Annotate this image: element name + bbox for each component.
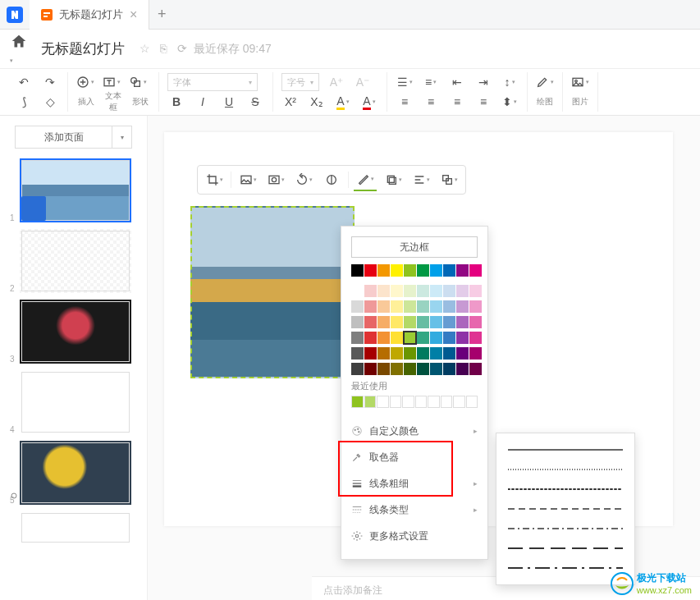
close-icon[interactable]: × bbox=[130, 7, 137, 22]
color-swatch[interactable] bbox=[469, 300, 482, 313]
color-swatch[interactable] bbox=[443, 332, 455, 344]
align-right-icon[interactable]: ≡ bbox=[448, 93, 466, 111]
superscript-icon[interactable]: X² bbox=[281, 93, 300, 111]
line-dot[interactable] bbox=[508, 479, 623, 499]
more-format-item[interactable]: 更多格式设置 bbox=[351, 523, 478, 549]
strikethrough-icon[interactable]: S bbox=[246, 93, 264, 111]
color-swatch[interactable] bbox=[456, 316, 469, 328]
color-swatch[interactable] bbox=[469, 316, 482, 328]
line-long-dash-dot[interactable] bbox=[508, 558, 623, 578]
color-swatch[interactable] bbox=[456, 347, 469, 360]
star-icon[interactable]: ☆ bbox=[140, 42, 150, 55]
selected-image[interactable] bbox=[190, 206, 355, 378]
export-icon[interactable]: ⎘ bbox=[160, 42, 167, 55]
slide-thumb-4[interactable] bbox=[20, 370, 131, 434]
recent-swatch[interactable] bbox=[466, 396, 478, 408]
color-swatch[interactable] bbox=[351, 332, 364, 344]
undo-icon[interactable]: ↶ bbox=[15, 73, 33, 91]
image-icon[interactable]: ▾ bbox=[571, 73, 589, 91]
color-swatch[interactable] bbox=[377, 363, 390, 375]
home-icon[interactable]: ▾ bbox=[10, 33, 30, 66]
color-swatch[interactable] bbox=[404, 264, 416, 277]
indent-icon[interactable]: ⇥ bbox=[474, 73, 492, 91]
add-page-dropdown[interactable]: ▾ bbox=[112, 126, 132, 149]
color-swatch[interactable] bbox=[377, 264, 390, 277]
color-swatch[interactable] bbox=[377, 347, 390, 360]
recent-swatch[interactable] bbox=[453, 396, 465, 408]
add-tab-button[interactable]: + bbox=[149, 6, 174, 23]
outdent-icon[interactable]: ⇤ bbox=[448, 73, 466, 91]
line-solid[interactable] bbox=[508, 440, 623, 460]
draw-icon[interactable]: ▾ bbox=[536, 73, 554, 91]
color-swatch[interactable] bbox=[456, 363, 469, 375]
color-swatch[interactable] bbox=[364, 347, 377, 360]
color-swatch[interactable] bbox=[430, 347, 442, 360]
app-logo[interactable] bbox=[0, 0, 30, 30]
color-swatch[interactable] bbox=[443, 300, 455, 313]
color-swatch[interactable] bbox=[377, 285, 390, 297]
color-swatch[interactable] bbox=[417, 264, 429, 277]
color-swatch[interactable] bbox=[377, 300, 390, 313]
color-swatch[interactable] bbox=[417, 347, 429, 360]
color-swatch[interactable] bbox=[391, 332, 403, 344]
color-swatch[interactable] bbox=[351, 363, 364, 375]
color-swatch[interactable] bbox=[430, 363, 442, 375]
color-swatch[interactable] bbox=[456, 332, 469, 344]
slide-thumb-1[interactable] bbox=[20, 158, 131, 222]
replace-image-icon[interactable]: ▾ bbox=[236, 168, 259, 191]
color-swatch[interactable] bbox=[404, 300, 416, 313]
shape-icon[interactable]: ▾ bbox=[129, 73, 147, 91]
color-swatch[interactable] bbox=[404, 332, 416, 344]
italic-icon[interactable]: I bbox=[194, 93, 212, 111]
no-border-button[interactable]: 无边框 bbox=[351, 236, 478, 258]
recent-swatch[interactable] bbox=[428, 396, 440, 408]
font-decrease-icon[interactable]: A⁻ bbox=[354, 73, 372, 91]
textbox-icon[interactable]: ▾ bbox=[103, 73, 121, 91]
color-swatch[interactable] bbox=[430, 285, 442, 297]
recent-swatch[interactable] bbox=[415, 396, 428, 408]
recent-swatch[interactable] bbox=[364, 396, 377, 408]
rotate-icon[interactable]: ▾ bbox=[292, 168, 315, 191]
slide-thumb-2[interactable] bbox=[20, 229, 131, 293]
color-swatch[interactable] bbox=[417, 363, 429, 375]
color-swatch[interactable] bbox=[364, 316, 377, 328]
font-size-select[interactable]: 字号▾ bbox=[281, 73, 319, 91]
color-swatch[interactable] bbox=[469, 264, 482, 277]
color-swatch[interactable] bbox=[456, 285, 469, 297]
format-painter-icon[interactable]: ⟆ bbox=[15, 93, 33, 111]
insert-icon[interactable]: ▾ bbox=[76, 73, 94, 91]
vertical-align-icon[interactable]: ⬍▾ bbox=[501, 93, 519, 111]
color-swatch[interactable] bbox=[404, 363, 416, 375]
color-swatch[interactable] bbox=[391, 264, 403, 277]
line-fine-dot[interactable] bbox=[508, 460, 623, 479]
color-swatch[interactable] bbox=[377, 316, 390, 328]
color-swatch[interactable] bbox=[351, 264, 364, 277]
align-justify-icon[interactable]: ≡ bbox=[474, 93, 492, 111]
color-swatch[interactable] bbox=[430, 264, 442, 277]
align-icon[interactable]: ▾ bbox=[409, 168, 432, 191]
color-swatch[interactable] bbox=[364, 285, 377, 297]
color-swatch[interactable] bbox=[391, 347, 403, 360]
mask-icon[interactable]: ▾ bbox=[264, 168, 287, 191]
opacity-icon[interactable] bbox=[320, 168, 343, 191]
clear-format-icon[interactable]: ◇ bbox=[41, 93, 59, 111]
slide-thumb-3[interactable] bbox=[20, 300, 131, 364]
color-swatch[interactable] bbox=[417, 316, 429, 328]
color-swatch[interactable] bbox=[430, 300, 442, 313]
color-swatch[interactable] bbox=[391, 285, 403, 297]
numbering-icon[interactable]: ≡▾ bbox=[422, 73, 440, 91]
shadow-icon[interactable]: ▾ bbox=[382, 168, 405, 191]
color-swatch[interactable] bbox=[364, 264, 377, 277]
color-swatch[interactable] bbox=[443, 285, 455, 297]
subscript-icon[interactable]: X₂ bbox=[308, 93, 326, 111]
color-swatch[interactable] bbox=[404, 285, 416, 297]
color-swatch[interactable] bbox=[351, 347, 364, 360]
line-long-dash[interactable] bbox=[508, 538, 623, 558]
recent-swatch[interactable] bbox=[441, 396, 453, 408]
recent-swatch[interactable] bbox=[351, 396, 364, 408]
recent-swatch[interactable] bbox=[390, 396, 402, 408]
color-swatch[interactable] bbox=[364, 363, 377, 375]
color-swatch[interactable] bbox=[404, 316, 416, 328]
bullets-icon[interactable]: ☰▾ bbox=[396, 73, 414, 91]
redo-icon[interactable]: ↷ bbox=[41, 73, 59, 91]
